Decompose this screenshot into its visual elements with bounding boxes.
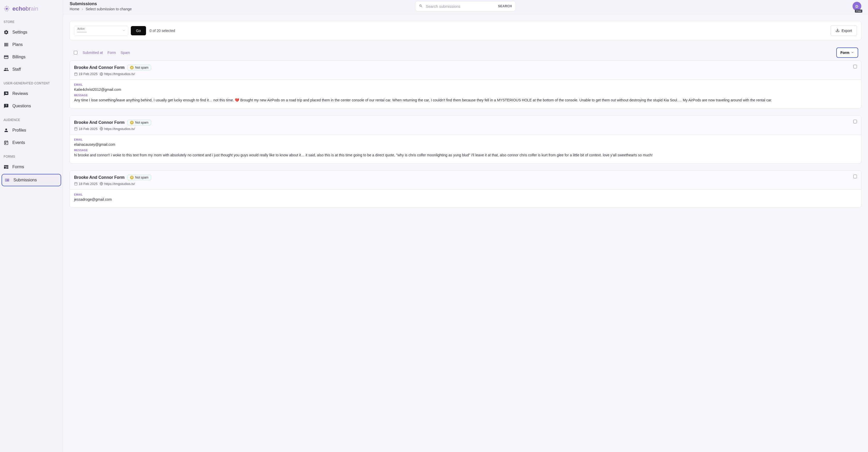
breadcrumb-home[interactable]: Home	[70, 7, 79, 11]
sidebar-item-label: Plans	[12, 42, 23, 47]
svg-rect-25	[74, 183, 78, 185]
spam-badge-label: Not spam	[135, 66, 148, 69]
spam-badge[interactable]: ✕ Not spam	[127, 120, 151, 125]
sidebar: echobrain STORE Settings Plans	[0, 0, 63, 452]
bars-icon	[4, 42, 9, 47]
question-icon	[4, 103, 9, 108]
calendar-icon	[74, 182, 78, 186]
submission-message: hi brooke and connor!! i woke to this te…	[74, 152, 857, 158]
svg-point-5	[6, 8, 7, 9]
submission-card-header: Brooke And Connor Form ✕ Not spam 18 Feb…	[70, 170, 861, 190]
submission-card-body: EMAIL Katie4christ2012@gmail.com MESSAGE…	[70, 80, 861, 108]
email-label: EMAIL	[74, 83, 857, 86]
submission-email: Katie4christ2012@gmail.com	[74, 87, 857, 92]
search-input[interactable]	[426, 4, 498, 8]
submission-checkbox[interactable]	[853, 65, 857, 68]
sidebar-item-label: Profiles	[12, 128, 26, 133]
form-filter-label: Form	[840, 51, 849, 55]
section-label-forms: FORMS	[0, 155, 63, 160]
export-button[interactable]: Export	[831, 25, 857, 36]
submission-date: 18 Feb 2025	[74, 127, 97, 131]
section-label-store: STORE	[0, 20, 63, 26]
sidebar-item-forms[interactable]: Forms	[0, 161, 63, 173]
sidebar-item-plans[interactable]: Plans	[0, 39, 63, 51]
submission-card: Brooke And Connor Form ✕ Not spam 18 Feb…	[70, 115, 861, 164]
logo[interactable]: echobrain	[0, 0, 63, 20]
spam-badge[interactable]: ✕ Not spam	[127, 175, 151, 180]
avatar-container[interactable]: D Free	[852, 2, 861, 10]
svg-point-9	[7, 10, 8, 11]
people-icon	[4, 67, 9, 72]
email-label: EMAIL	[74, 193, 857, 196]
sidebar-item-events[interactable]: Events	[0, 137, 63, 149]
sidebar-item-label: Events	[12, 140, 25, 145]
not-spam-icon: ✕	[130, 121, 134, 124]
select-all-checkbox[interactable]	[74, 51, 78, 55]
email-label: EMAIL	[74, 138, 857, 141]
message-label: MESSAGE	[74, 94, 857, 97]
submission-checkbox[interactable]	[853, 175, 857, 178]
sidebar-item-label: Submissions	[13, 178, 37, 183]
submission-form-name[interactable]: Brooke And Connor Form	[74, 120, 125, 125]
svg-point-6	[5, 9, 5, 10]
sidebar-item-submissions[interactable]: Submissions	[2, 174, 61, 186]
event-icon	[4, 140, 9, 145]
svg-rect-19	[74, 128, 78, 131]
person-icon	[4, 128, 9, 133]
breadcrumb-current: Select submission to change	[86, 7, 132, 11]
svg-point-2	[8, 7, 8, 7]
selection-count: 0 of 20 selected	[150, 29, 175, 33]
action-select[interactable]: Action: ---------	[74, 26, 128, 36]
sidebar-item-staff[interactable]: Staff	[0, 63, 63, 75]
submission-card-body: EMAIL elainacausey@gmail.com MESSAGE hi …	[70, 135, 861, 163]
submission-checkbox[interactable]	[853, 120, 857, 123]
chevron-down-icon	[851, 51, 854, 55]
submission-form-name[interactable]: Brooke And Connor Form	[74, 65, 125, 70]
page-title: Submissions	[70, 1, 415, 6]
not-spam-icon: ✕	[130, 176, 134, 179]
breadcrumb-separator: ›	[82, 7, 83, 11]
submission-form-name[interactable]: Brooke And Connor Form	[74, 175, 125, 180]
brand-name: echobrain	[12, 5, 38, 12]
search-bar: SEARCH	[415, 1, 516, 11]
globe-icon	[100, 72, 103, 76]
globe-icon	[100, 127, 103, 131]
sidebar-item-profiles[interactable]: Profiles	[0, 124, 63, 136]
action-select-label: Action:	[78, 27, 125, 30]
go-button[interactable]: Go	[131, 26, 146, 35]
submission-message: Any time I lose something/leave anything…	[74, 97, 857, 103]
sidebar-item-label: Settings	[12, 30, 27, 35]
spam-badge[interactable]: ✕ Not spam	[127, 65, 151, 70]
section-label-audience: AUDIENCE	[0, 118, 63, 124]
action-select-value: ---------	[78, 30, 125, 34]
svg-point-4	[9, 8, 9, 9]
sort-spam[interactable]: Spam	[121, 51, 130, 55]
sidebar-item-label: Forms	[12, 165, 24, 169]
download-icon	[836, 28, 840, 33]
search-button[interactable]: SEARCH	[498, 4, 512, 8]
submission-date: 18 Feb 2025	[74, 182, 97, 186]
svg-point-8	[6, 10, 6, 11]
main-content: Submissions Home › Select submission to …	[63, 0, 868, 452]
sort-form[interactable]: Form	[107, 51, 116, 55]
sidebar-item-settings[interactable]: Settings	[0, 26, 63, 38]
search-icon	[419, 4, 423, 8]
card-icon	[4, 55, 9, 60]
avatar: D	[852, 2, 861, 10]
sidebar-item-reviews[interactable]: Reviews	[0, 88, 63, 100]
spam-badge-label: Not spam	[135, 176, 148, 179]
submission-card-header: Brooke And Connor Form ✕ Not spam 19 Feb…	[70, 61, 861, 80]
sidebar-item-billings[interactable]: Billings	[0, 51, 63, 63]
header: Submissions Home › Select submission to …	[63, 0, 868, 14]
sidebar-item-questions[interactable]: Questions	[0, 100, 63, 112]
svg-rect-13	[74, 73, 78, 75]
not-spam-icon: ✕	[130, 66, 134, 69]
svg-point-11	[7, 8, 8, 8]
submission-email: elainacausey@gmail.com	[74, 142, 857, 147]
sidebar-item-label: Staff	[12, 67, 21, 72]
sort-submitted-at[interactable]: Submitted at	[83, 51, 103, 55]
form-filter-button[interactable]: Form	[836, 47, 858, 58]
submission-url: https://tmgstudios.tv/	[100, 72, 135, 76]
svg-point-10	[5, 8, 6, 8]
submission-date: 19 Feb 2025	[74, 72, 97, 76]
